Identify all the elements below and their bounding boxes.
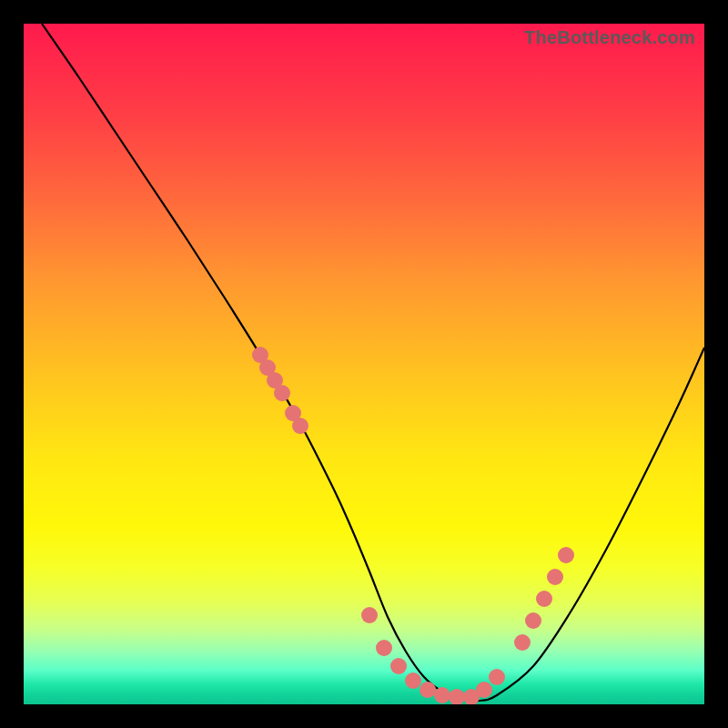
marker-dot [476,682,492,698]
curve-line [42,24,704,701]
marker-dot [514,634,531,651]
marker-dot [489,669,505,685]
marker-dot [376,640,392,656]
marker-dot [405,672,421,689]
marker-dot [274,385,290,401]
marker-dot [361,607,378,623]
curve-layer [24,24,704,704]
marker-dot [449,689,465,704]
marker-dot [536,591,552,607]
marker-dot [292,418,308,434]
marker-dots [252,347,574,704]
marker-dot [558,547,574,563]
bottleneck-curve [42,24,704,701]
plot-area: TheBottleneck.com [24,24,704,704]
marker-dot [525,612,541,629]
marker-dot [390,658,407,674]
chart-frame: TheBottleneck.com [0,0,728,728]
marker-dot [420,682,436,698]
marker-dot [547,569,563,585]
marker-dot [434,687,450,703]
